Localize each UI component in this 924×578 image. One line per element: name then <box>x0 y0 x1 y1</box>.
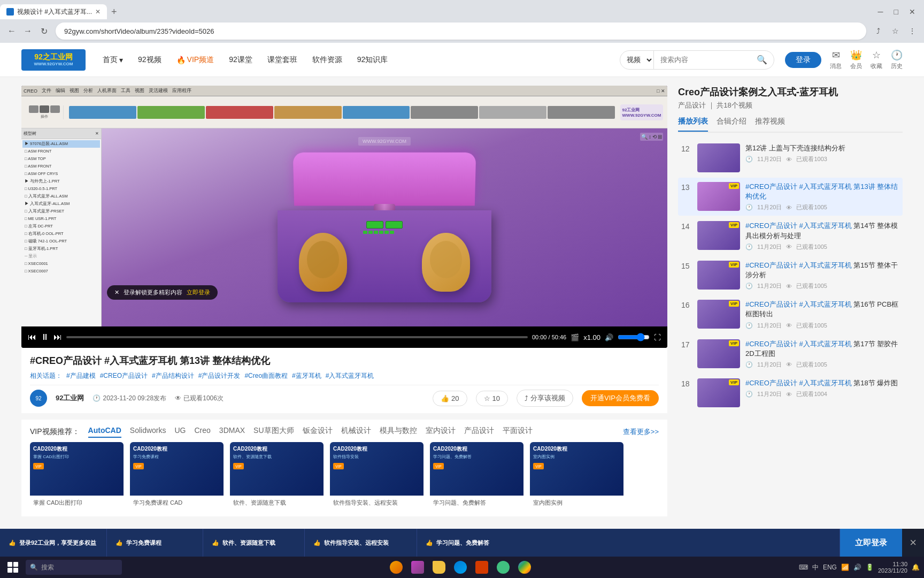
sidebar-tab-recommended[interactable]: 推荐视频 <box>755 117 785 132</box>
quality-button[interactable]: 🎬 <box>571 333 579 341</box>
browser-chrome: 视频设计 #入耳式蓝牙耳... ✕ + ─ □ ✕ ← → ↻ ⤴ ☆ ⋮ <box>0 0 924 43</box>
vip-tab-creo[interactable]: Creo <box>195 426 211 438</box>
login-overlay-link[interactable]: 立即登录 <box>187 288 210 296</box>
minimize-button[interactable]: ─ <box>874 7 888 16</box>
vip-card-2[interactable]: CAD2020教程 学习免费课程 VIP 学习免费课程 CAD <box>130 442 224 510</box>
active-tab[interactable]: 视频设计 #入耳式蓝牙耳... ✕ <box>0 4 107 19</box>
cad-menu-view: 视图 <box>70 87 79 94</box>
cad-menu-insert: 分析 <box>83 87 93 94</box>
nav-knowledge[interactable]: 92知识库 <box>351 52 395 68</box>
search-input[interactable] <box>654 56 750 64</box>
browser-menu-button[interactable]: ⋮ <box>905 24 920 39</box>
tag-product-modeling[interactable]: #产品建模 <box>66 371 96 381</box>
tree-item-9: ▶ 入耳式蓝牙-ALL.ASM <box>22 200 100 208</box>
vip-free-watch-button[interactable]: 开通VIP会员免费看 <box>582 390 659 406</box>
vip-tab-solidworks[interactable]: Solidworks <box>130 426 166 438</box>
nav-home[interactable]: 首页 ▾ <box>96 52 129 68</box>
vip-tab-autocad[interactable]: AutoCAD <box>88 426 121 438</box>
star-btn-icon: ☆ <box>484 394 490 402</box>
play-next-button[interactable]: ⏭ <box>53 332 62 342</box>
tag-creo-design[interactable]: #CREO产品设计 <box>100 371 148 381</box>
vip-tab-mechanical[interactable]: 机械设计 <box>341 426 371 438</box>
bookmark-button[interactable]: ☆ <box>888 24 903 39</box>
back-button[interactable]: ← <box>4 24 19 39</box>
sidebar-tab-intro[interactable]: 合辑介绍 <box>717 117 746 132</box>
tree-item-5: □ ASM OFF CRYS <box>22 170 100 178</box>
tree-item-10: □ 入耳式蓝牙-PRSET <box>22 208 100 215</box>
search-button[interactable]: 🔍 <box>750 51 774 69</box>
logo[interactable]: 92之工业网 WWW.92GYW.COM <box>21 49 86 71</box>
sidebar-tab-playlist[interactable]: 播放列表 <box>678 117 708 132</box>
forward-button[interactable]: → <box>20 24 35 39</box>
video-list-item-13[interactable]: 13 VIP #CREO产品设计 #入耳式蓝牙耳机 第13讲 整体结构优化 🕐 … <box>678 178 903 216</box>
tab-close-button[interactable]: ✕ <box>95 8 101 16</box>
video-list-item-15[interactable]: 15 VIP #CREO产品设计 #入耳式蓝牙耳机 第15节 整体干涉分析 🕐1… <box>678 256 903 294</box>
login-button[interactable]: 登录 <box>785 52 821 68</box>
vip-tab-graphic[interactable]: 平面设计 <box>503 426 533 438</box>
tree-item-13: □ 右耳机-0 OOL-PRT <box>22 230 100 238</box>
like-button[interactable]: 👍 20 <box>433 391 467 406</box>
list-thumb-15: VIP <box>697 261 740 290</box>
list-thumb-17: VIP <box>697 339 740 368</box>
play-prev-button[interactable]: ⏮ <box>28 332 36 342</box>
search-type-select[interactable]: 视频 <box>620 51 654 69</box>
vip-tab-interior[interactable]: 室内设计 <box>426 426 456 438</box>
login-overlay-close[interactable]: ✕ <box>114 289 119 296</box>
video-list-item-14[interactable]: 14 VIP #CREO产品设计 #入耳式蓝牙耳机 第14节 整体模具出模分析与… <box>678 217 903 255</box>
close-window-button[interactable]: ✕ <box>905 7 920 16</box>
video-list-item-17[interactable]: 17 VIP #CREO产品设计 #入耳式蓝牙耳机 第17节 塑胶件2D工程图 … <box>678 335 903 373</box>
nav-courses[interactable]: 92课堂 <box>222 52 259 68</box>
video-list-item-18[interactable]: 18 VIP #CREO产品设计 #入耳式蓝牙耳机 第18节 爆炸图 🕐11月2… <box>678 374 903 412</box>
vip-card-6[interactable]: CAD2020教程 室内图实例 VIP 室内图实例 <box>530 442 623 510</box>
tag-earphones[interactable]: #入耳式蓝牙耳机 <box>326 371 374 381</box>
list-num-12: 12 <box>681 143 692 153</box>
vip-tab-product[interactable]: 产品设计 <box>464 426 494 438</box>
pause-button[interactable]: ⏸ <box>41 332 49 342</box>
refresh-button[interactable]: ↻ <box>36 24 51 39</box>
membership-icon-item[interactable]: 👑 会员 <box>850 49 862 70</box>
new-tab-button[interactable]: + <box>107 4 121 20</box>
volume-slider[interactable] <box>618 333 650 341</box>
tag-item[interactable]: 相关话题： <box>30 371 62 381</box>
tag-product-dev[interactable]: #产品设计开发 <box>198 371 241 381</box>
vip-card-4[interactable]: CAD2020教程 软件指导安装 VIP 软件指导安装、远程安装 <box>330 442 424 510</box>
maximize-button[interactable]: □ <box>890 7 903 16</box>
tag-product-structure[interactable]: #产品结构设计 <box>152 371 194 381</box>
video-list-item-12[interactable]: 12 第12讲 上盖与下壳连接结构分析 🕐 11月20日 👁 已观看1003 <box>678 139 903 177</box>
author-name[interactable]: 92工业网 <box>56 393 84 403</box>
video-list-item-16[interactable]: 16 VIP #CREO产品设计 #入耳式蓝牙耳机 第16节 PCB框框图转出 … <box>678 295 903 333</box>
channel-name[interactable]: 产品设计 <box>678 101 706 109</box>
messages-icon-item[interactable]: ✉ 消息 <box>830 49 842 70</box>
vip-card-1[interactable]: CAD2020教程 掌握 CAD出图打印 VIP 掌握 CAD出图打印 <box>30 442 124 510</box>
cad-preview: CREO 文件 编辑 视图 分析 人机界面 工具 视图 灵活建模 应用程序 <box>21 86 667 326</box>
url-input[interactable] <box>56 22 866 40</box>
vip-tab-sheet-metal[interactable]: 钣金设计 <box>303 426 333 438</box>
vip-tab-su[interactable]: SU草图大师 <box>253 426 294 438</box>
nav-software[interactable]: 软件资源 <box>306 52 349 68</box>
vip-card-3[interactable]: CAD2020教程 软件、资源随意下载 VIP 软件、资源随意下载 <box>230 442 324 510</box>
vip-tab-mold[interactable]: 模具与数控 <box>380 426 417 438</box>
nav-course-sets[interactable]: 课堂套班 <box>261 52 304 68</box>
tag-creo-surface[interactable]: #Creo曲面教程 <box>244 371 288 381</box>
vip-card-desc-3: 软件、资源随意下载 <box>230 496 324 510</box>
favorites-icon-item[interactable]: ☆ 收藏 <box>871 49 882 70</box>
see-more-button[interactable]: 查看更多>> <box>623 427 659 437</box>
vip-card-5[interactable]: CAD2020教程 学习问题、免费解答 VIP 学习问题、免费解答 <box>430 442 523 510</box>
share-page-button[interactable]: ⤴ <box>871 24 886 39</box>
speed-button[interactable]: x1.00 <box>583 333 600 341</box>
nav-vip-channel[interactable]: 🔥 VIP频道 <box>170 52 221 68</box>
fullscreen-button[interactable]: ⛶ <box>654 333 661 341</box>
list-meta-16: 🕐11月20日👁已观看1005 <box>745 322 899 330</box>
tag-bluetooth[interactable]: #蓝牙耳机 <box>292 371 321 381</box>
progress-bar[interactable] <box>66 336 528 338</box>
vip-card-thumb-6: CAD2020教程 室内图实例 VIP <box>530 442 623 496</box>
history-icon-item[interactable]: 🕐 历史 <box>891 49 903 70</box>
tree-item-7: □ U320-0.5-1.PRT <box>22 185 100 193</box>
share-button[interactable]: ⤴ 分享该视频 <box>517 390 573 407</box>
list-title-16: #CREO产品设计 #入耳式蓝牙耳机 第16节 PCB框框图转出 <box>745 300 899 319</box>
nav-videos[interactable]: 92视频 <box>132 52 168 68</box>
vip-tab-3dmax[interactable]: 3DMAX <box>219 426 245 438</box>
volume-button[interactable]: 🔊 <box>605 333 613 341</box>
vip-tab-ug[interactable]: UG <box>175 426 186 438</box>
star-button[interactable]: ☆ 10 <box>476 391 508 406</box>
